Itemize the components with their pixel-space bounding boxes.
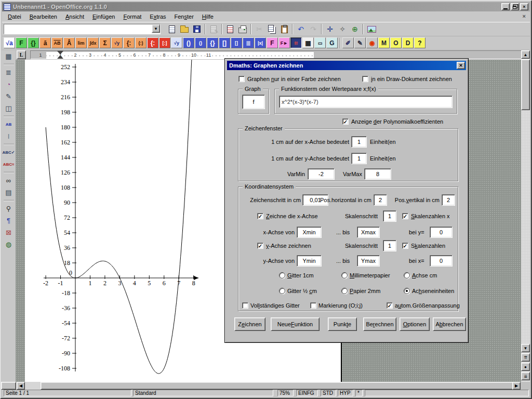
- abbrechen-button[interactable]: Abbrechen: [433, 317, 466, 331]
- insert-form-icon[interactable]: ◫: [3, 102, 15, 114]
- menu-bearbeiten[interactable]: Bearbeiten: [25, 12, 61, 21]
- function-pink-pointer-icon[interactable]: F►: [278, 37, 290, 48]
- menu-format[interactable]: Format: [119, 12, 145, 21]
- data-sources-icon[interactable]: ▤: [3, 187, 15, 198]
- skalenschritt-y-field[interactable]: [383, 240, 396, 251]
- menu-datei[interactable]: Datei: [4, 12, 25, 21]
- d-button-icon[interactable]: D: [402, 37, 414, 48]
- vertical-scrollbar[interactable]: ▲ ▼ ⇈ ● ⇊: [521, 50, 530, 382]
- save-document-icon[interactable]: [191, 23, 203, 35]
- minimize-button[interactable]: [501, 3, 510, 10]
- nonprinting-characters-icon[interactable]: ¶: [3, 215, 15, 227]
- close-document-icon[interactable]: ×: [523, 13, 526, 19]
- menu-einfgen[interactable]: Einfügen: [88, 12, 119, 21]
- axes-tool-icon[interactable]: ▭: [314, 37, 326, 48]
- status-selection-mode[interactable]: STD: [321, 390, 336, 396]
- redo-icon[interactable]: ↷: [307, 23, 320, 35]
- function-green-icon[interactable]: F: [16, 37, 27, 48]
- y-from-field[interactable]: [297, 255, 322, 267]
- angle-hat-icon[interactable]: Â: [63, 37, 75, 48]
- status-zoom[interactable]: 75%: [277, 390, 294, 396]
- parens-blue-2-icon[interactable]: (): [195, 37, 206, 48]
- root-orange-icon[interactable]: √y: [111, 37, 123, 48]
- y-to-field[interactable]: [357, 255, 380, 267]
- zeichnen-button[interactable]: Zeichnen: [234, 317, 265, 331]
- graphics-on-off-icon[interactable]: ⊠: [3, 227, 15, 238]
- x-to-field[interactable]: [357, 227, 380, 238]
- status-insert-mode[interactable]: EINFG: [296, 390, 318, 396]
- gitter-halb-radio[interactable]: [279, 288, 285, 294]
- at-y-field[interactable]: [430, 227, 453, 238]
- menu-fenster[interactable]: Fenster: [170, 12, 198, 21]
- marking-checkbox[interactable]: [310, 302, 316, 309]
- draw-doc-checkbox[interactable]: [362, 76, 368, 82]
- berechnen-button[interactable]: Berechnen: [363, 317, 396, 331]
- edit-file-icon[interactable]: [207, 23, 220, 35]
- dialog-close-icon[interactable]: ✕: [457, 62, 465, 69]
- at-x-field[interactable]: [430, 255, 453, 267]
- navigation-point-icon[interactable]: ●: [521, 363, 530, 371]
- combobox-dropdown-icon[interactable]: ▼: [152, 24, 160, 33]
- skalenzahlen-x-checkbox[interactable]: [402, 213, 408, 219]
- menu-hilfe[interactable]: Hilfe: [198, 12, 218, 21]
- url-input[interactable]: [4, 24, 152, 34]
- scroll-left-icon[interactable]: ◀: [17, 382, 25, 390]
- auto-spellcheck-icon[interactable]: ABC≈: [3, 158, 15, 170]
- new-document-icon[interactable]: [166, 23, 178, 35]
- x-axis-checkbox[interactable]: [257, 213, 263, 219]
- limit-icon[interactable]: lim: [75, 37, 87, 48]
- pos-v-field[interactable]: [442, 194, 455, 206]
- vector-arrow-icon[interactable]: ā: [39, 37, 51, 48]
- m-button-icon[interactable]: M: [378, 37, 390, 48]
- parens-blue-1-icon[interactable]: (): [183, 37, 194, 48]
- pos-h-field[interactable]: [374, 194, 387, 206]
- brace-colon-red-icon[interactable]: {:: [147, 37, 158, 48]
- varmin-field[interactable]: [308, 168, 335, 180]
- poly-coefficients-checkbox[interactable]: [342, 118, 349, 125]
- single-color-checkbox[interactable]: [238, 76, 245, 82]
- close-button[interactable]: ×: [520, 3, 528, 10]
- bracket-colon-red-icon[interactable]: [:]: [159, 37, 170, 48]
- paste-icon[interactable]: [278, 23, 290, 35]
- norm-bars-icon[interactable]: |||: [243, 37, 254, 48]
- menu-ansicht[interactable]: Ansicht: [61, 12, 88, 21]
- hyperlink-dialog-icon[interactable]: ⊕: [349, 23, 361, 35]
- online-layout-icon[interactable]: ◍: [3, 238, 15, 250]
- indent-marker[interactable]: [57, 51, 63, 59]
- draw-functions-icon[interactable]: ✎: [3, 90, 15, 102]
- find-replace-icon[interactable]: ∞: [3, 175, 15, 187]
- tab-stop-selector[interactable]: L: [17, 50, 26, 59]
- dialog-title-bar[interactable]: Dmaths: Graphen zeichnen ✕: [227, 61, 466, 70]
- function-term-input[interactable]: [279, 96, 453, 108]
- sum-sigma-icon[interactable]: Σ: [99, 37, 111, 48]
- skalenschritt-x-field[interactable]: [383, 210, 396, 222]
- insert-cursor-icon[interactable]: I: [3, 130, 15, 142]
- function-pink-icon[interactable]: F: [267, 37, 278, 48]
- spellcheck-icon[interactable]: ABC✓: [3, 147, 15, 158]
- autotext-icon[interactable]: AB: [3, 118, 15, 130]
- url-combobox[interactable]: ▼: [4, 24, 161, 34]
- brackets-blue-2-icon[interactable]: []: [231, 37, 242, 48]
- insert-table-icon[interactable]: ▦: [3, 50, 15, 62]
- graph-name-field[interactable]: [242, 95, 265, 109]
- millimeterpapier-radio[interactable]: [341, 272, 348, 278]
- root-blue-icon[interactable]: √y: [171, 37, 182, 48]
- neue-funktion-button[interactable]: Neue Funktion: [271, 317, 320, 331]
- skalenzahlen-y-checkbox[interactable]: [402, 243, 408, 249]
- edit-pencil-icon[interactable]: ✎: [354, 37, 366, 48]
- optionen-button[interactable]: Optionen: [400, 317, 430, 331]
- vertical-scroll-thumb[interactable]: [521, 59, 530, 110]
- draw-graph-icon[interactable]: ⌗: [290, 37, 302, 48]
- insert-object-chart-icon[interactable]: ◔: [3, 78, 15, 90]
- about-spiral-icon[interactable]: ◉: [366, 37, 378, 48]
- full-grid-checkbox[interactable]: [242, 302, 248, 309]
- undo-icon[interactable]: ↶: [295, 23, 307, 35]
- menu-extras[interactable]: Extras: [145, 12, 170, 21]
- dmaths-tools-icon[interactable]: ✐: [342, 37, 354, 48]
- gitter-1cm-radio[interactable]: [279, 272, 285, 278]
- y-axis-checkbox[interactable]: [257, 243, 263, 249]
- stylist-icon[interactable]: ✧: [336, 23, 349, 35]
- sqrt-a-icon[interactable]: √a: [4, 37, 15, 48]
- papier-2mm-radio[interactable]: [341, 288, 348, 294]
- o-button-icon[interactable]: O: [390, 37, 402, 48]
